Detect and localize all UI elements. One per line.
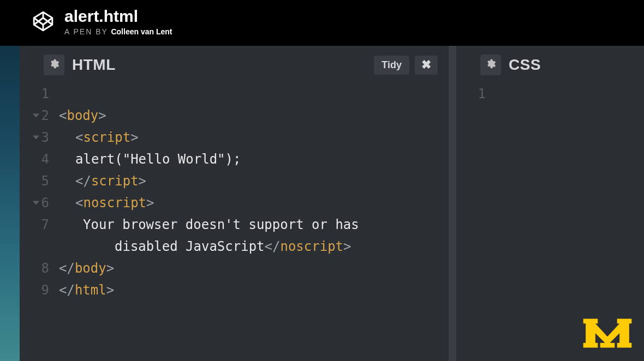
code-content[interactable]: </html> xyxy=(59,279,449,301)
pen-author[interactable]: Colleen van Lent xyxy=(111,27,172,36)
gear-icon xyxy=(485,58,496,71)
code-line[interactable]: disabled JavaScript</noscript> xyxy=(20,236,449,257)
line-number: 4 xyxy=(20,148,59,170)
code-content[interactable]: alert("Hello World"); xyxy=(59,148,449,170)
code-line[interactable]: 3<script> xyxy=(20,127,449,148)
html-panel-label: HTML xyxy=(72,56,116,74)
code-line[interactable]: 1 xyxy=(456,83,644,105)
line-number: 9 xyxy=(20,279,59,301)
html-settings-button[interactable] xyxy=(44,55,64,75)
code-line[interactable]: 6<noscript> xyxy=(20,192,449,214)
css-panel: CSS 1 xyxy=(456,46,644,361)
html-panel-header: HTML Tidy ✖ xyxy=(20,46,449,79)
line-number: 2 xyxy=(20,105,59,127)
desktop-background-sliver xyxy=(0,0,20,361)
close-html-button[interactable]: ✖ xyxy=(415,56,438,75)
code-line[interactable]: 1 xyxy=(20,83,449,105)
umich-logo xyxy=(583,316,632,352)
css-settings-button[interactable] xyxy=(480,55,501,75)
byline-prefix: A PEN BY xyxy=(64,27,111,36)
pen-title: alert.html xyxy=(64,7,172,26)
css-panel-label: CSS xyxy=(509,56,541,74)
topbar: alert.html A PEN BY Colleen van Lent xyxy=(0,0,644,46)
code-line[interactable]: 4alert("Hello World"); xyxy=(20,148,449,170)
close-icon: ✖ xyxy=(421,59,431,71)
code-content[interactable]: disabled JavaScript</noscript> xyxy=(59,236,449,257)
gear-icon xyxy=(49,58,59,71)
html-panel-actions: Tidy ✖ xyxy=(374,56,438,75)
code-line[interactable]: 5</script> xyxy=(20,170,449,192)
code-content[interactable]: <script> xyxy=(59,127,449,148)
code-content[interactable]: <noscript> xyxy=(59,192,449,214)
pen-byline: A PEN BY Colleen van Lent xyxy=(64,27,172,36)
line-number: 7 xyxy=(20,214,59,236)
line-number: 8 xyxy=(20,257,59,279)
code-content[interactable]: </body> xyxy=(59,257,449,279)
line-number: 1 xyxy=(20,83,59,105)
tidy-button[interactable]: Tidy xyxy=(374,56,409,75)
code-line[interactable]: 8</body> xyxy=(20,257,449,279)
fold-arrow-icon[interactable] xyxy=(33,114,39,118)
line-number: 5 xyxy=(20,170,59,192)
line-number: 3 xyxy=(20,127,59,148)
editor-panels: HTML Tidy ✖ 12<body>3<script>4alert("Hel… xyxy=(20,46,644,361)
code-content[interactable]: </script> xyxy=(59,170,449,192)
line-number: 6 xyxy=(20,192,59,214)
code-line[interactable]: 2<body> xyxy=(20,105,449,127)
fold-arrow-icon[interactable] xyxy=(33,201,39,205)
code-content[interactable]: <body> xyxy=(59,105,449,127)
code-line[interactable]: 9</html> xyxy=(20,279,449,301)
html-editor[interactable]: 12<body>3<script>4alert("Hello World");5… xyxy=(20,79,449,361)
css-panel-header: CSS xyxy=(456,46,644,79)
fold-arrow-icon[interactable] xyxy=(33,136,39,140)
title-block: alert.html A PEN BY Colleen van Lent xyxy=(64,7,172,36)
line-number: 1 xyxy=(456,83,496,105)
codepen-icon xyxy=(32,10,55,33)
code-line[interactable]: 7Your browser doesn't support or has xyxy=(20,214,449,236)
app-root: alert.html A PEN BY Colleen van Lent HTM… xyxy=(0,0,644,361)
html-panel: HTML Tidy ✖ 12<body>3<script>4alert("Hel… xyxy=(20,46,456,361)
code-content[interactable]: Your browser doesn't support or has xyxy=(59,214,449,236)
